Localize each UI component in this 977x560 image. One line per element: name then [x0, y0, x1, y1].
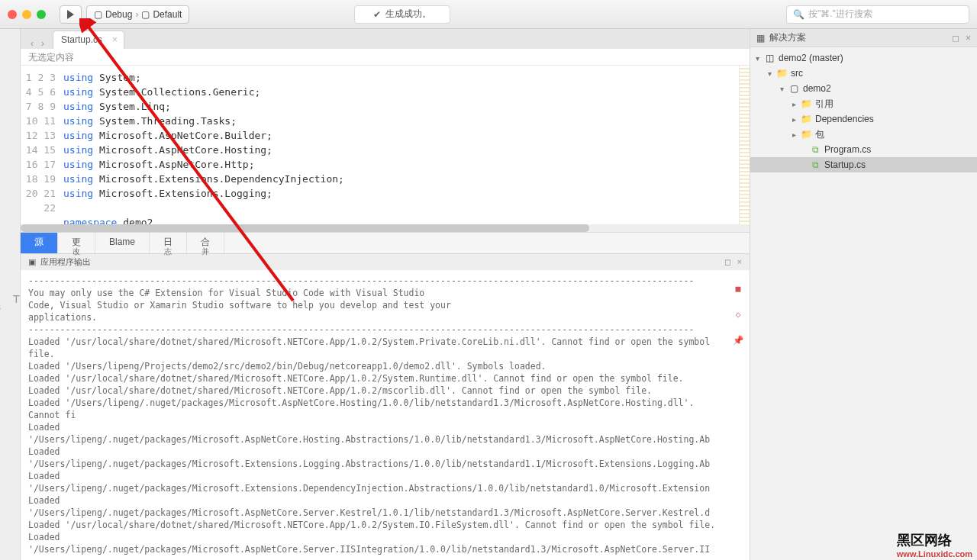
watermark: 黑区网络 www.Linuxidc.com [897, 531, 972, 558]
pin-icon[interactable]: 📌 [733, 334, 743, 346]
tab-log[interactable]: 日志 [150, 233, 187, 253]
tab-merge[interactable]: 合并 [187, 233, 224, 253]
code-content[interactable]: using System; using System.Collections.G… [63, 66, 750, 224]
chevron-right-icon: › [135, 9, 138, 20]
configuration-selector[interactable]: ▢ Debug › ▢ Default [86, 5, 189, 24]
pad-close-icon[interactable]: × [737, 257, 742, 267]
solution-title: 解决方案 [769, 31, 806, 44]
output-toolbar: ■ ◇ 📌 [727, 270, 750, 560]
stop-icon[interactable]: ■ [736, 282, 741, 294]
solution-tree[interactable]: ▾◫demo2 (master) ▾📁src ▾▢demo2 ▸📁引用 ▸📁De… [750, 47, 977, 175]
tree-src-folder[interactable]: ▾📁src [750, 66, 977, 81]
output-panel-header: ▣ 应用程序输出 ◻ × [21, 253, 750, 270]
target-label: Default [153, 9, 182, 20]
output-text[interactable]: ----------------------------------------… [21, 270, 727, 560]
output-title: 应用程序输出 [40, 256, 91, 268]
search-placeholder: 按"⌘."进行搜索 [808, 8, 872, 21]
tab-blame[interactable]: Blame [95, 233, 150, 253]
pad-maximize-icon[interactable]: ◻ [724, 257, 731, 267]
breadcrumb[interactable]: 无选定内容 [21, 49, 750, 66]
close-window-icon[interactable] [8, 10, 17, 19]
code-editor[interactable]: 1 2 3 4 5 6 7 8 9 10 11 12 13 14 15 16 1… [21, 66, 750, 224]
window-controls [8, 10, 46, 19]
build-status: ✔ 生成成功。 [354, 5, 450, 24]
horizontal-scrollbar[interactable] [21, 224, 750, 232]
solution-icon: ▦ [756, 33, 765, 43]
scrollbar-thumb[interactable] [21, 224, 589, 232]
tree-references[interactable]: ▸📁引用 [750, 96, 977, 111]
play-icon [67, 10, 74, 19]
tree-file-startup[interactable]: ⧉Startup.cs [750, 157, 977, 172]
tab-source[interactable]: 源 [21, 233, 58, 253]
tree-project-demo2[interactable]: ▾▢demo2 [750, 81, 977, 96]
terminal-icon: ▣ [28, 257, 36, 267]
tree-file-program[interactable]: ⧉Program.cs [750, 142, 977, 157]
nav-forward-icon[interactable]: › [37, 38, 48, 49]
minimize-window-icon[interactable] [22, 10, 31, 19]
pad-maximize-icon[interactable]: ◻ [952, 33, 959, 43]
editor-tabbar: ‹ › Startup.cs × [21, 29, 750, 49]
tree-solution-root[interactable]: ▾◫demo2 (master) [750, 50, 977, 66]
close-icon[interactable]: × [112, 34, 118, 45]
pad-close-icon[interactable]: × [966, 33, 971, 43]
line-number-gutter: 1 2 3 4 5 6 7 8 9 10 11 12 13 14 15 16 1… [21, 66, 63, 224]
nav-back-icon[interactable]: ‹ [27, 38, 37, 49]
solution-panel: ▦ 解决方案 ◻ × ▾◫demo2 (master) ▾📁src ▾▢demo… [750, 29, 977, 560]
device-icon: ▢ [94, 9, 102, 20]
search-input[interactable]: 🔍 按"⌘."进行搜索 [786, 5, 969, 24]
tree-dependencies[interactable]: ▸📁Dependencies [750, 111, 977, 127]
check-icon: ✔ [373, 9, 381, 20]
target-icon: ▢ [141, 9, 150, 20]
tab-label: Startup.cs [61, 34, 102, 45]
minimap[interactable] [739, 66, 750, 224]
status-text: 生成成功。 [385, 8, 431, 21]
left-toolbox-rail: T 工具箱 ▤ 文档大纲 [0, 29, 21, 560]
source-control-tabs: 源 更改 Blame 日志 合并 [21, 232, 750, 253]
tab-changes[interactable]: 更改 [58, 233, 95, 253]
tree-packages[interactable]: ▸📁包 [750, 127, 977, 142]
run-button[interactable] [60, 5, 82, 24]
zoom-window-icon[interactable] [37, 10, 46, 19]
titlebar: ▢ Debug › ▢ Default ✔ 生成成功。 🔍 按"⌘."进行搜索 [0, 0, 977, 29]
tab-startup-cs[interactable]: Startup.cs × [53, 31, 124, 49]
text-tool-icon[interactable]: T [13, 292, 20, 305]
output-panel[interactable]: ----------------------------------------… [21, 270, 750, 560]
breadcrumb-text: 无选定内容 [28, 52, 74, 63]
search-icon: 🔍 [793, 9, 804, 20]
config-label: Debug [105, 9, 132, 20]
clear-icon[interactable]: ◇ [736, 308, 741, 320]
